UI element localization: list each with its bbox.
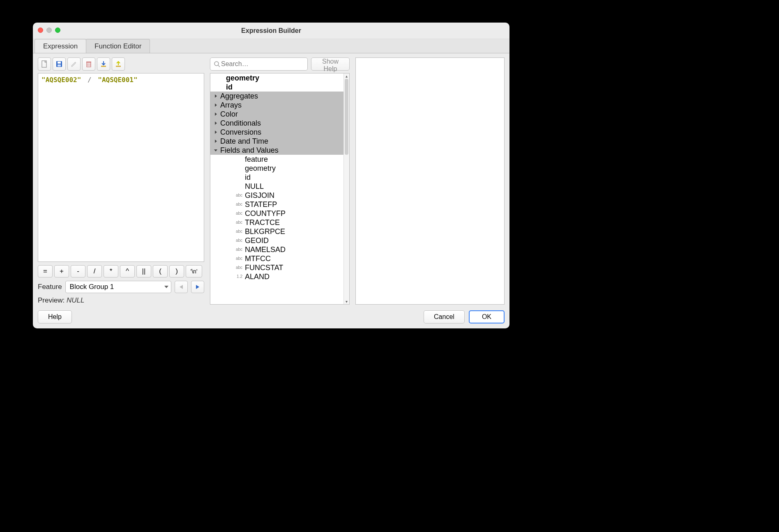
tree-field-item[interactable]: abcTRACTCE (210, 218, 343, 227)
tab-expression[interactable]: Expression (35, 39, 86, 53)
field-type-tag: abc (233, 191, 242, 200)
save-expression-button[interactable] (53, 57, 66, 71)
field-type-tag: abc (233, 245, 242, 254)
tree-row-label: TRACTCE (245, 218, 280, 227)
new-expression-button[interactable] (38, 57, 51, 71)
tree-group[interactable]: Conversions (210, 128, 343, 137)
tree-group[interactable]: Color (210, 110, 343, 119)
tree-field-item[interactable]: abcGISJOIN (210, 191, 343, 200)
tree-group[interactable]: Aggregates (210, 92, 343, 101)
help-pane (355, 57, 505, 305)
minimize-window-button[interactable] (46, 28, 52, 33)
expression-editor[interactable]: "AQSQE002" / "AQSQE001" (38, 73, 204, 262)
tree-row-label: id (226, 83, 233, 92)
tree-top-item[interactable]: geometry (210, 73, 343, 83)
tree-group[interactable]: Fields and Values (210, 146, 343, 155)
triangle-right-icon (214, 130, 218, 134)
field-type-tag: abc (233, 218, 242, 227)
triangle-right-icon (214, 103, 218, 107)
op-plus[interactable]: + (54, 265, 69, 277)
tree-row-label: feature (245, 155, 268, 164)
field-type-tag: abc (233, 209, 242, 218)
tree-field-item[interactable]: NULL (210, 182, 343, 191)
help-button[interactable]: Help (38, 310, 72, 323)
function-tree-panel: Show Help geometryidAggregatesArraysColo… (210, 57, 350, 305)
tree-row-label: NULL (245, 182, 264, 191)
tree-field-item[interactable]: id (210, 173, 343, 182)
tree-row-label: Color (220, 110, 238, 119)
window-controls (38, 28, 60, 33)
tree-field-item[interactable]: abcNAMELSAD (210, 245, 343, 254)
tree-scrollbar[interactable]: ▴ ▾ (343, 73, 349, 304)
op-divide[interactable]: / (87, 265, 102, 277)
expression-token-field2: "AQSQE001" (98, 76, 137, 84)
field-type-tag: abc (233, 254, 242, 263)
svg-rect-9 (101, 66, 106, 67)
svg-rect-2 (58, 62, 61, 64)
op-equals[interactable]: = (38, 265, 53, 277)
prev-feature-button[interactable] (175, 281, 188, 293)
tree-field-item[interactable]: abcSTATEFP (210, 200, 343, 209)
ok-button[interactable]: OK (469, 310, 505, 323)
edit-expression-button[interactable] (67, 57, 81, 71)
file-icon (41, 60, 48, 68)
tree-row-label: Arrays (220, 101, 242, 110)
tree-group[interactable]: Conditionals (210, 119, 343, 128)
search-icon (214, 61, 220, 67)
scrollbar-thumb[interactable] (345, 79, 348, 155)
close-window-button[interactable] (38, 28, 43, 33)
triangle-down-icon (214, 148, 218, 152)
chevron-down-icon (164, 286, 168, 288)
tree-row-label: GEOID (245, 236, 269, 245)
triangle-right-icon (214, 121, 218, 125)
op-multiply[interactable]: * (104, 265, 118, 277)
delete-expression-button[interactable] (82, 57, 95, 71)
op-newline[interactable]: '\n' (186, 265, 202, 277)
function-tree[interactable]: geometryidAggregatesArraysColorCondition… (210, 73, 343, 304)
import-expression-button[interactable] (97, 57, 110, 71)
tree-group[interactable]: Date and Time (210, 137, 343, 146)
field-type-tag: 1.2 (233, 272, 242, 281)
tabbar: Expression Function Editor (33, 39, 509, 53)
feature-label: Feature (38, 283, 62, 291)
next-feature-button[interactable] (191, 281, 204, 293)
tree-field-item[interactable]: abcMTFCC (210, 254, 343, 263)
feature-select[interactable]: Block Group 1 (65, 281, 171, 293)
export-expression-button[interactable] (112, 57, 125, 71)
tab-function-editor[interactable]: Function Editor (86, 39, 150, 53)
op-minus[interactable]: - (71, 265, 85, 277)
op-open-paren[interactable]: ( (153, 265, 168, 277)
triangle-right-icon (214, 139, 218, 143)
search-input[interactable] (220, 60, 304, 68)
tree-row-label: GISJOIN (245, 191, 274, 200)
tree-field-item[interactable]: geometry (210, 164, 343, 173)
tree-row-label: Conversions (220, 128, 261, 137)
op-concat[interactable]: || (136, 265, 151, 277)
tree-top-item[interactable]: id (210, 83, 343, 92)
field-type-tag: abc (233, 227, 242, 236)
tree-row-label: COUNTYFP (245, 209, 286, 218)
tree-field-item[interactable]: abcFUNCSTAT (210, 263, 343, 272)
op-power[interactable]: ^ (120, 265, 135, 277)
scroll-down-arrow-icon[interactable]: ▾ (344, 299, 349, 304)
field-type-tag: abc (233, 200, 242, 209)
op-close-paren[interactable]: ) (169, 265, 184, 277)
tree-field-item[interactable]: feature (210, 155, 343, 164)
show-help-button[interactable]: Show Help (311, 57, 350, 71)
zoom-window-button[interactable] (55, 28, 60, 33)
scroll-up-arrow-icon[interactable]: ▴ (344, 73, 349, 79)
search-box (210, 57, 308, 71)
svg-rect-8 (86, 62, 91, 62)
tree-field-item[interactable]: abcGEOID (210, 236, 343, 245)
window-title: Expression Builder (33, 27, 509, 34)
tree-field-item[interactable]: abcBLKGRPCE (210, 227, 343, 236)
tree-field-item[interactable]: 1.2ALAND (210, 272, 343, 281)
function-tree-container: geometryidAggregatesArraysColorCondition… (210, 73, 350, 305)
preview-value: NULL (67, 296, 84, 304)
tree-group[interactable]: Arrays (210, 101, 343, 110)
tree-row-label: FUNCSTAT (245, 263, 283, 272)
field-type-tag: abc (233, 236, 242, 245)
download-icon (100, 60, 107, 68)
tree-field-item[interactable]: abcCOUNTYFP (210, 209, 343, 218)
cancel-button[interactable]: Cancel (424, 310, 465, 323)
